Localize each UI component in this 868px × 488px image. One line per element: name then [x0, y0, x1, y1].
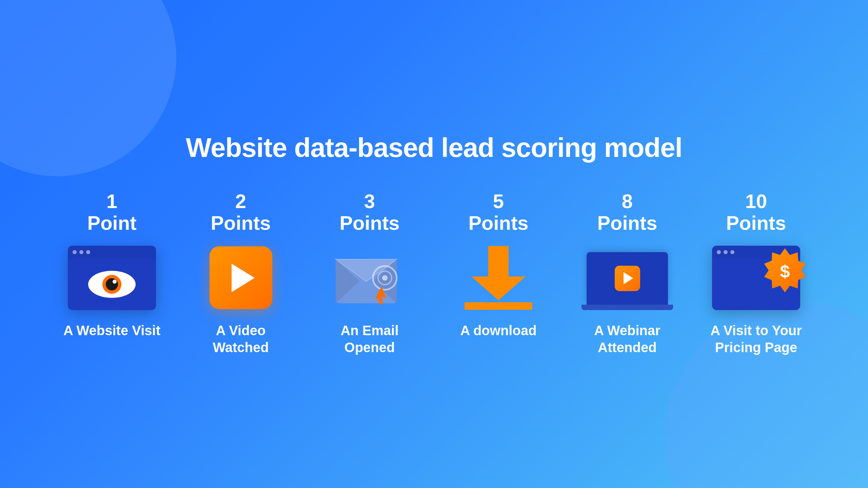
card-pricing: 10 Points $ A Visit to Y — [702, 190, 810, 356]
pricing-dot-3 — [730, 250, 734, 254]
cards-row: 1 Point — [41, 190, 827, 356]
points-2: 2 Points — [211, 190, 271, 234]
laptop-play-triangle — [624, 272, 633, 284]
svg-point-11 — [382, 275, 388, 281]
laptop-screen — [587, 252, 668, 305]
label-website-visit: A Website Visit — [63, 322, 160, 339]
arrow-base — [465, 302, 532, 310]
dollar-sign: $ — [780, 261, 790, 280]
page-title: Website data-based lead scoring model — [186, 132, 682, 163]
icon-webinar — [580, 244, 675, 312]
icon-video-watched — [193, 244, 288, 312]
email-icon — [322, 246, 417, 310]
main-container: Website data-based lead scoring model 1 … — [0, 132, 868, 356]
arrow-head — [471, 277, 526, 300]
laptop-base — [581, 305, 673, 310]
pricing-browser-icon: $ — [712, 246, 800, 310]
browser-window-icon — [68, 246, 156, 310]
pricing-dot-1 — [717, 250, 721, 254]
points-1: 1 Point — [87, 190, 137, 234]
card-website-visit: 1 Point — [58, 190, 166, 339]
download-arrow-icon — [465, 246, 532, 310]
browser-topbar — [68, 246, 156, 259]
pricing-body: $ — [712, 259, 800, 310]
label-download: A download — [460, 322, 536, 339]
label-pricing: A Visit to Your Pricing Page — [702, 322, 810, 356]
play-triangle-icon — [232, 264, 255, 292]
laptop-icon — [583, 246, 671, 310]
play-square-icon — [210, 246, 272, 309]
label-email-opened: An Email Opened — [315, 322, 424, 356]
icon-download — [451, 244, 546, 312]
svg-point-3 — [113, 280, 117, 284]
points-5: 5 Points — [468, 190, 528, 234]
icon-pricing: $ — [709, 244, 804, 312]
svg-point-2 — [106, 278, 118, 290]
points-8: 8 Points — [597, 190, 657, 234]
icon-email-opened — [322, 244, 417, 312]
arrow-shaft — [488, 246, 509, 277]
card-download: 5 Points A download — [444, 190, 553, 339]
card-video-watched: 2 Points A Video Watched — [186, 190, 295, 356]
points-10: 10 Points — [726, 190, 786, 234]
icon-website-visit — [64, 244, 159, 312]
label-webinar: A Webinar Attended — [573, 322, 682, 356]
label-video-watched: A Video Watched — [186, 322, 295, 356]
points-3: 3 Points — [339, 190, 399, 234]
browser-dot-3 — [86, 250, 90, 254]
laptop-play-btn — [615, 266, 640, 291]
browser-body — [68, 259, 156, 310]
eye-icon — [85, 267, 139, 301]
browser-dot-1 — [73, 250, 77, 254]
card-webinar: 8 Points A Webinar Attended — [573, 190, 682, 356]
card-email-opened: 3 Points — [315, 190, 424, 356]
pricing-dot-2 — [724, 250, 728, 254]
browser-dot-2 — [79, 250, 83, 254]
